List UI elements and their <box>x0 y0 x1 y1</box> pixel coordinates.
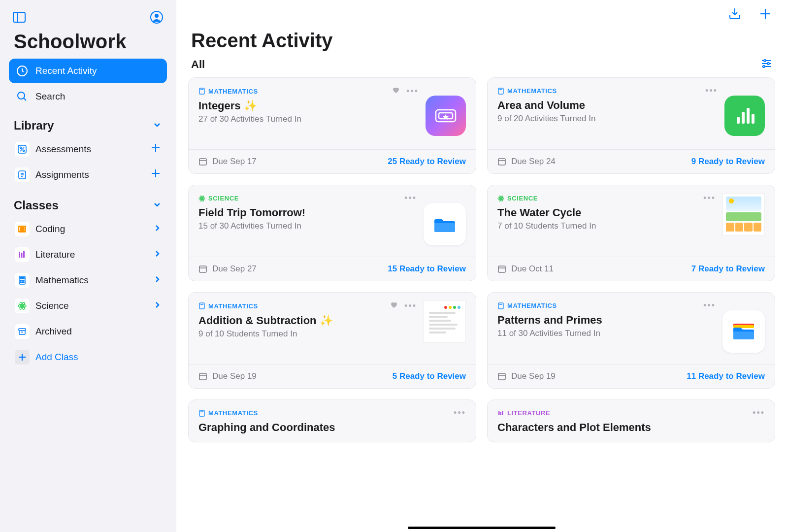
calculator-icon <box>497 88 504 95</box>
card-subtitle: 27 of 30 Activities Turned In <box>198 114 419 124</box>
calendar-icon <box>497 157 506 166</box>
filter-label[interactable]: All <box>191 58 205 71</box>
ready-to-review-link[interactable]: 15 Ready to Review <box>388 264 466 274</box>
sidebar-item-class-mathematics[interactable]: Mathematics <box>9 267 167 293</box>
create-button[interactable] <box>755 4 775 24</box>
sidebar-item-search[interactable]: Search <box>9 84 167 109</box>
activity-card[interactable]: MATHEMATICS ••• Graphing and Coordinates <box>188 399 476 442</box>
card-more-button[interactable]: ••• <box>705 86 718 96</box>
activity-card[interactable]: SCIENCE ••• Field Trip Tomorrow! 15 of 3… <box>188 185 476 281</box>
atom-icon <box>198 195 205 202</box>
svg-rect-22 <box>21 253 23 258</box>
document-icon <box>15 167 30 182</box>
bar-chart-icon <box>732 103 757 129</box>
svg-point-8 <box>20 147 21 148</box>
ready-to-review-link[interactable]: 11 Ready to Review <box>687 371 765 381</box>
subject-label: MATHEMATICS <box>507 87 557 95</box>
card-more-button[interactable]: ••• <box>406 86 419 97</box>
card-more-button[interactable]: ••• <box>404 193 417 203</box>
svg-point-3 <box>155 14 159 18</box>
library-header[interactable]: Library <box>0 110 176 134</box>
chevron-down-icon <box>152 120 162 132</box>
svg-rect-57 <box>737 117 740 124</box>
card-subtitle: 9 of 20 Activities Turned In <box>497 114 718 124</box>
svg-point-32 <box>22 305 23 307</box>
favorite-button[interactable] <box>390 300 398 311</box>
card-title: Field Trip Tomorrow! <box>198 206 417 219</box>
svg-rect-55 <box>498 88 503 94</box>
calendar-icon <box>497 372 506 381</box>
svg-text:{ }: { } <box>18 227 26 232</box>
toggle-sidebar-button[interactable] <box>11 9 28 26</box>
subject-label: MATHEMATICS <box>208 302 258 310</box>
calendar-icon <box>198 157 207 166</box>
filter-options-button[interactable] <box>760 58 772 71</box>
toolbar <box>176 0 787 28</box>
svg-rect-87 <box>498 411 500 415</box>
ready-to-review-link[interactable]: 9 Ready to Review <box>691 157 765 166</box>
ready-to-review-link[interactable]: 5 Ready to Review <box>393 371 466 381</box>
classes-header[interactable]: Classes <box>0 190 176 214</box>
card-thumbnail <box>722 193 765 235</box>
svg-rect-85 <box>199 410 204 416</box>
sidebar-item-assessments[interactable]: Assessments <box>9 136 167 162</box>
card-more-button[interactable]: ••• <box>703 193 716 203</box>
svg-point-29 <box>20 282 21 283</box>
add-assessment-button[interactable] <box>150 142 161 156</box>
sidebar-item-label: Science <box>35 300 153 311</box>
subject-tag: MATHEMATICS <box>497 87 557 95</box>
sidebar-item-label: Coding <box>35 224 153 234</box>
card-more-button[interactable]: ••• <box>703 300 716 311</box>
card-title: Integers ✨ <box>198 100 419 112</box>
card-more-button[interactable]: ••• <box>454 408 466 418</box>
svg-rect-75 <box>199 303 204 309</box>
card-more-button[interactable]: ••• <box>753 408 765 418</box>
svg-rect-60 <box>752 114 754 124</box>
home-indicator[interactable] <box>408 527 556 529</box>
subject-tag: LITERATURE <box>497 409 550 417</box>
import-button[interactable] <box>725 4 745 24</box>
sidebar-item-label: Add Class <box>35 352 161 363</box>
sidebar-item-class-coding[interactable]: { } Coding <box>9 216 167 242</box>
activity-card[interactable]: MATHEMATICS ••• Patterns and Primes 11 o… <box>487 292 775 389</box>
activity-card[interactable]: LITERATURE ••• Characters and Plot Eleme… <box>487 399 775 442</box>
card-more-button[interactable]: ••• <box>404 301 417 311</box>
calculator-icon <box>198 88 205 95</box>
sidebar-item-class-literature[interactable]: Literature <box>9 242 167 267</box>
activity-card[interactable]: MATHEMATICS ••• Addition & Subtraction ✨… <box>188 292 476 389</box>
svg-point-45 <box>767 63 769 65</box>
ready-to-review-link[interactable]: 25 Ready to Review <box>388 157 466 166</box>
svg-point-31 <box>23 282 24 283</box>
add-assignment-button[interactable] <box>150 168 161 182</box>
folder-icon <box>432 211 458 237</box>
add-class-button[interactable]: Add Class <box>9 344 167 370</box>
svg-rect-25 <box>20 277 24 279</box>
chevron-down-icon <box>152 200 162 211</box>
svg-rect-48 <box>199 88 204 94</box>
folder-icon <box>731 319 756 344</box>
calendar-icon <box>198 265 207 273</box>
activity-card[interactable]: MATHEMATICS ••• Integers ✨ 27 of 30 Acti… <box>188 77 476 174</box>
ready-to-review-link[interactable]: 7 Ready to Review <box>691 264 765 274</box>
sliders-icon <box>760 58 772 69</box>
sidebar-item-archived[interactable]: Archived <box>9 319 167 344</box>
sidebar-item-class-science[interactable]: Science <box>9 293 167 319</box>
main-content: Recent Activity All MATHEMATICS <box>176 0 787 532</box>
sidebar-item-recent-activity[interactable]: Recent Activity <box>9 59 167 83</box>
sidebar-item-label: Recent Activity <box>35 66 97 76</box>
calendar-icon <box>497 265 506 273</box>
card-title: Graphing and Coordinates <box>198 421 466 434</box>
card-subtitle: 11 of 30 Activities Turned In <box>497 329 716 338</box>
svg-point-69 <box>500 198 501 199</box>
account-button[interactable] <box>148 9 165 26</box>
subject-label: SCIENCE <box>507 195 538 202</box>
svg-line-10 <box>20 147 24 151</box>
favorite-button[interactable] <box>392 86 400 97</box>
svg-rect-58 <box>742 112 745 124</box>
card-title: Patterns and Primes <box>497 314 716 327</box>
activity-card[interactable]: SCIENCE ••• The Water Cycle 7 of 10 Stud… <box>487 185 775 281</box>
sidebar-item-assignments[interactable]: Assignments <box>9 162 167 188</box>
sidebar-item-label: Assignments <box>35 169 150 180</box>
activity-card[interactable]: MATHEMATICS ••• Area and Volume 9 of 20 … <box>487 77 775 174</box>
svg-rect-0 <box>13 12 25 22</box>
